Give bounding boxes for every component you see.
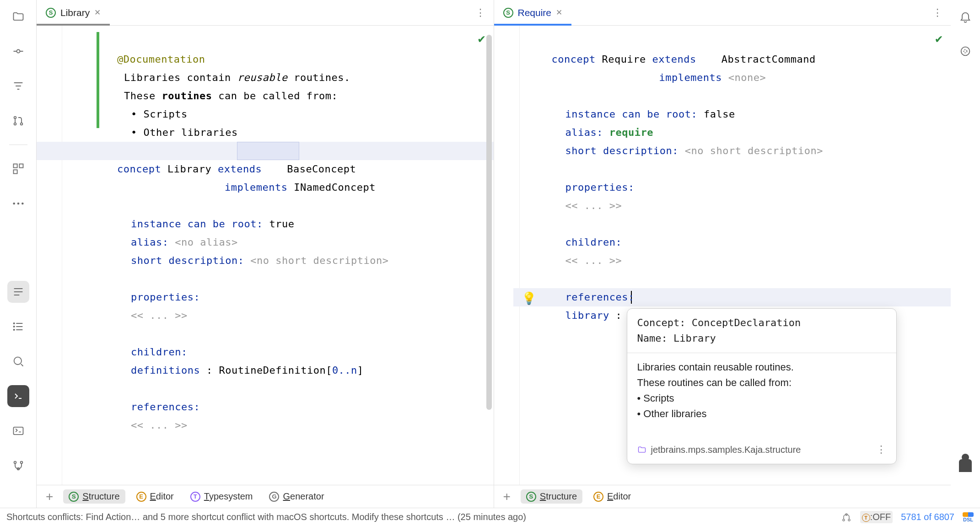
aspect-structure[interactable]: SStructure	[63, 489, 125, 504]
status-bar: Shortcuts conflicts: Find Action… and 5 …	[0, 508, 980, 526]
aspect-typesystem[interactable]: TTypesystem	[185, 489, 258, 504]
svg-point-3	[20, 123, 22, 125]
editor-body-right[interactable]: ✔ 💡 concept Require extends AbstractComm…	[494, 26, 951, 508]
svg-point-18	[961, 47, 970, 56]
commit-icon[interactable]	[7, 40, 29, 62]
right-tool-rail	[951, 0, 980, 508]
todo-icon[interactable]	[7, 316, 29, 338]
status-count[interactable]: 5781 of 6807	[901, 512, 954, 522]
code-content-right[interactable]: concept Require extends AbstractCommand …	[520, 32, 940, 343]
aspect-editor[interactable]: EEditor	[131, 489, 179, 504]
svg-point-11	[13, 326, 14, 327]
popup-menu-icon[interactable]: ⋮	[876, 442, 886, 457]
svg-point-2	[14, 123, 16, 125]
svg-rect-14	[13, 427, 23, 435]
structure-icon[interactable]	[7, 158, 29, 180]
aspect-generator[interactable]: GGenerator	[264, 489, 329, 504]
target-icon[interactable]	[954, 40, 976, 62]
aspect-tabs-right: + SStructure EEditor	[494, 485, 951, 508]
popup-path: jetbrains.mps.samples.Kaja.structure	[651, 442, 801, 457]
svg-point-10	[13, 323, 14, 324]
tab-menu-icon[interactable]: ⋮	[467, 7, 494, 19]
editor-pane-right: S Require ✕ ⋮ ✔ 💡 concept Require extend…	[494, 0, 951, 508]
status-message[interactable]: Shortcuts conflicts: Find Action… and 5 …	[6, 512, 526, 522]
svg-point-1	[14, 117, 16, 119]
svg-point-20	[843, 519, 845, 521]
user-icon[interactable]	[954, 455, 976, 477]
aspect-editor[interactable]: EEditor	[588, 489, 636, 504]
tab-bar-right: S Require ✕ ⋮	[494, 0, 951, 26]
project-icon[interactable]	[7, 5, 29, 27]
svg-point-9	[22, 203, 24, 205]
svg-rect-5	[19, 164, 23, 168]
soft-wrap-icon[interactable]	[7, 281, 29, 303]
editor-body-left[interactable]: ✔ @Documentation Libraries contain reusa…	[37, 26, 494, 508]
svg-point-21	[848, 519, 850, 521]
tab-label: Library	[60, 7, 90, 18]
close-icon[interactable]: ✕	[556, 8, 562, 17]
svg-rect-4	[13, 164, 17, 168]
quick-doc-popup[interactable]: Concept: ConceptDeclaration Name: Librar…	[627, 308, 897, 464]
filter-icon[interactable]	[7, 75, 29, 97]
svg-point-7	[13, 203, 15, 205]
dsl-icon[interactable]: DSL	[963, 512, 974, 522]
more-icon[interactable]	[7, 193, 29, 215]
search-icon[interactable]	[7, 350, 29, 372]
scrollbar[interactable]	[486, 35, 492, 410]
svg-point-19	[964, 50, 967, 53]
concept-s-icon: S	[503, 8, 513, 18]
svg-point-8	[17, 203, 19, 205]
pull-request-icon[interactable]	[7, 110, 29, 132]
svg-point-12	[13, 329, 14, 330]
concept-s-icon: S	[46, 8, 56, 18]
svg-point-16	[20, 462, 22, 464]
module-icon	[637, 445, 646, 454]
aspect-structure[interactable]: SStructure	[521, 489, 582, 504]
status-graph-icon[interactable]	[841, 512, 852, 523]
tab-bar-left: S Library ✕ ⋮	[37, 0, 494, 26]
tab-menu-icon[interactable]: ⋮	[924, 7, 951, 19]
run-console-icon[interactable]	[7, 420, 29, 442]
add-aspect-icon[interactable]: +	[499, 489, 515, 504]
svg-rect-6	[13, 170, 17, 173]
tab-require[interactable]: S Require ✕	[494, 0, 572, 25]
status-toff[interactable]: T:OFF	[860, 511, 893, 523]
editor-pane-left: S Library ✕ ⋮ ✔ @Documentation Libraries…	[37, 0, 494, 508]
tab-library[interactable]: S Library ✕	[37, 0, 110, 25]
code-content-left[interactable]: @Documentation Libraries contain reusabl…	[62, 32, 483, 453]
tab-label: Require	[518, 7, 552, 18]
aspect-tabs-left: + SStructure EEditor TTypesystem GGenera…	[37, 485, 494, 508]
terminal-icon[interactable]	[7, 385, 29, 407]
close-icon[interactable]: ✕	[94, 8, 101, 17]
vcs-icon[interactable]	[7, 455, 29, 477]
svg-point-0	[16, 50, 20, 53]
left-tool-rail	[0, 0, 37, 508]
svg-point-13	[14, 357, 21, 365]
add-aspect-icon[interactable]: +	[41, 489, 58, 504]
notifications-icon[interactable]	[954, 5, 976, 27]
svg-point-15	[14, 462, 16, 464]
